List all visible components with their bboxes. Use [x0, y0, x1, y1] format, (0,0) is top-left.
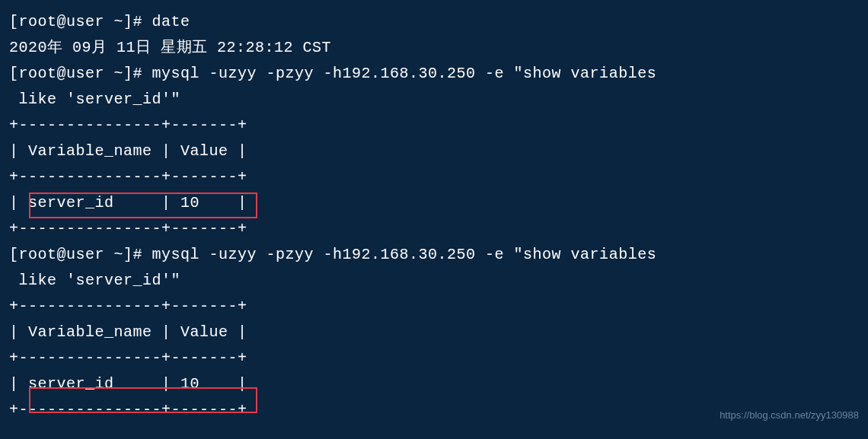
table1-border-bottom: +---------------+-------+	[9, 216, 859, 242]
command-mysql1-part2: like 'server_id'"	[9, 87, 859, 113]
shell-prompt: [root@user ~]#	[9, 13, 152, 30]
terminal-line-prompt-mysql1: [root@user ~]# mysql -uzyy -pzyy -h192.1…	[9, 61, 859, 87]
command-mysql2-part2: like 'server_id'"	[9, 268, 859, 294]
shell-prompt: [root@user ~]#	[9, 246, 152, 263]
shell-prompt: [root@user ~]#	[9, 65, 152, 82]
table1-header: | Variable_name | Value |	[9, 138, 859, 164]
terminal-line-prompt-mysql2: [root@user ~]# mysql -uzyy -pzyy -h192.1…	[9, 242, 859, 268]
table1-border-mid: +---------------+-------+	[9, 164, 859, 190]
watermark: https://blog.csdn.net/zyy130988	[720, 407, 859, 424]
table2-border-top: +---------------+-------+	[9, 294, 859, 320]
command-date: date	[152, 13, 190, 30]
command-mysql1-part1: mysql -uzyy -pzyy -h192.168.30.250 -e "s…	[152, 65, 657, 82]
highlight-box-1	[29, 192, 257, 218]
command-mysql2-part1: mysql -uzyy -pzyy -h192.168.30.250 -e "s…	[152, 246, 657, 263]
table2-header: | Variable_name | Value |	[9, 320, 859, 345]
table1-border-top: +---------------+-------+	[9, 113, 859, 138]
highlight-box-2	[29, 387, 257, 413]
terminal-line-prompt-date: [root@user ~]# date	[9, 9, 859, 35]
table2-border-mid: +---------------+-------+	[9, 345, 859, 371]
date-output: 2020年 09月 11日 星期五 22:28:12 CST	[9, 35, 859, 61]
